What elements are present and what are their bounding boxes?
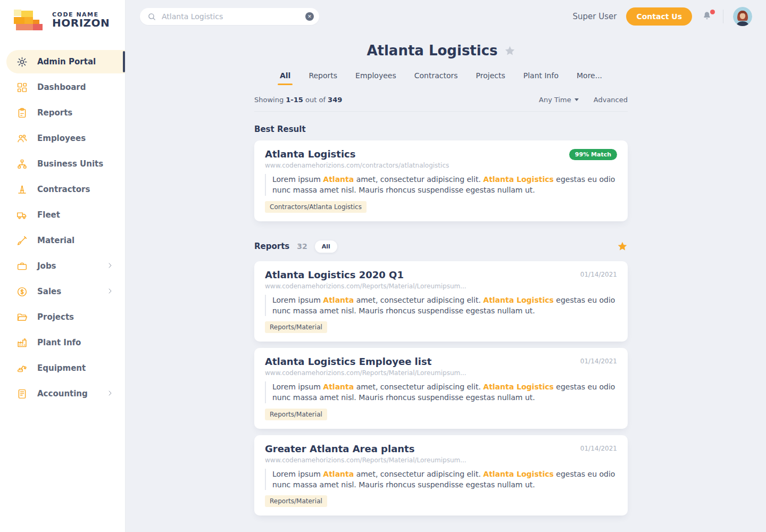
main-area: ✕ Super User Contact Us Atlanta Logistic…: [125, 0, 766, 532]
sidebar-nav: Admin Portal Dashboard Reports Employees: [0, 50, 125, 405]
brand-logo-icon: [14, 10, 47, 31]
sidebar-item-employees[interactable]: Employees: [6, 127, 125, 150]
search-input[interactable]: [162, 12, 305, 21]
result-date: 01/14/2021: [580, 443, 617, 452]
section-star-icon[interactable]: [617, 241, 628, 252]
showing-count: Showing 1-15 out of 349: [254, 96, 342, 104]
result-url: www.codenamehorizions.com/contractors/at…: [265, 162, 617, 169]
best-result-label: Best Result: [254, 124, 628, 134]
avatar[interactable]: [733, 7, 752, 26]
contact-us-button[interactable]: Contact Us: [626, 7, 692, 26]
dashboard-grid-icon: [16, 81, 28, 93]
match-badge: 99% Match: [569, 149, 617, 160]
shovel-icon: [16, 235, 28, 246]
sidebar-item-admin-portal[interactable]: Admin Portal: [6, 50, 125, 73]
tab-projects[interactable]: Projects: [476, 71, 505, 85]
tab-more[interactable]: More...: [577, 71, 602, 85]
sidebar-item-label: Equipment: [37, 363, 86, 373]
chevron-right-icon: [107, 389, 113, 398]
notifications-bell-icon[interactable]: [702, 11, 713, 22]
search-bar[interactable]: ✕: [140, 8, 319, 25]
report-card[interactable]: Greater Atlanta Area plants 01/14/2021 w…: [254, 435, 628, 516]
sidebar-item-contractors[interactable]: Contractors: [6, 178, 125, 201]
chevron-right-icon: [107, 287, 113, 296]
result-category-tag[interactable]: Reports/Material: [265, 495, 327, 507]
user-role-label: Super User: [573, 12, 617, 21]
sidebar-item-label: Reports: [37, 108, 72, 118]
sidebar-item-jobs[interactable]: Jobs: [6, 254, 125, 278]
result-title[interactable]: Atlanta Logistics: [265, 148, 355, 160]
gear-icon: [16, 56, 28, 68]
truck-icon: [16, 209, 28, 221]
sidebar-item-label: Plant Info: [37, 338, 81, 347]
best-result-card[interactable]: Atlanta Logistics 99% Match www.codename…: [254, 140, 628, 221]
reports-section-header: Reports 32 All: [254, 240, 628, 253]
page-title: Atlanta Logistics: [367, 43, 497, 59]
sidebar-item-label: Contractors: [37, 185, 90, 194]
topbar: ✕ Super User Contact Us: [125, 0, 766, 33]
sidebar-item-label: Business Units: [37, 159, 103, 169]
report-card[interactable]: Atlanta Logistics 2020 Q1 01/14/2021 www…: [254, 261, 628, 342]
sidebar-item-label: Admin Portal: [37, 57, 96, 66]
sidebar-item-label: Fleet: [37, 210, 60, 220]
result-date: 01/14/2021: [580, 269, 617, 278]
topbar-divider: [723, 10, 723, 23]
app-root: CODE NAME HORIZON Admin Portal Dashboard: [0, 0, 766, 532]
section-title: Reports: [254, 242, 289, 251]
result-snippet: Lorem ipsum Atlanta amet, consectetur ad…: [265, 174, 617, 196]
notification-badge: [710, 10, 715, 14]
result-title[interactable]: Atlanta Logistics Employee list: [265, 356, 431, 367]
tab-contractors[interactable]: Contractors: [414, 71, 458, 85]
result-date: 01/14/2021: [580, 356, 617, 365]
excavator-icon: [16, 362, 28, 374]
result-tabs: All Reports Employees Contractors Projec…: [254, 71, 628, 85]
clear-search-icon[interactable]: ✕: [305, 12, 314, 21]
sidebar-item-fleet[interactable]: Fleet: [6, 203, 125, 227]
brand-logo[interactable]: CODE NAME HORIZON: [0, 0, 125, 41]
sidebar-item-projects[interactable]: Projects: [6, 305, 125, 329]
traffic-cone-icon: [16, 184, 28, 195]
sidebar-item-label: Employees: [37, 134, 86, 143]
favorite-star-icon[interactable]: [504, 45, 515, 56]
sidebar-item-material[interactable]: Material: [6, 229, 125, 252]
tab-all[interactable]: All: [280, 71, 290, 85]
people-icon: [16, 132, 28, 144]
result-url: www.codenamehorizions.com/Reports/Materi…: [265, 369, 617, 377]
sidebar-item-label: Projects: [37, 312, 74, 322]
sidebar-item-equipment[interactable]: Equipment: [6, 356, 125, 380]
caret-down-icon: [574, 98, 579, 101]
sidebar-item-reports[interactable]: Reports: [6, 101, 125, 124]
result-category-tag[interactable]: Reports/Material: [265, 321, 327, 333]
sidebar-item-label: Jobs: [37, 261, 56, 271]
section-filter-all[interactable]: All: [315, 240, 337, 253]
briefcase-icon: [16, 260, 28, 272]
report-card[interactable]: Atlanta Logistics Employee list 01/14/20…: [254, 348, 628, 429]
result-category-tag[interactable]: Contractors/Atlanta Logistics: [265, 201, 367, 213]
tab-employees[interactable]: Employees: [355, 71, 396, 85]
factory-icon: [16, 337, 28, 348]
advanced-search-link[interactable]: Advanced: [594, 96, 628, 104]
sidebar-item-label: Dashboard: [37, 82, 86, 92]
result-snippet: Lorem ipsum Atlanta amet, consectetur ad…: [265, 469, 617, 491]
sidebar-item-business-units[interactable]: Business Units: [6, 152, 125, 176]
results-meta-row: Showing 1-15 out of 349 Any Time Advance…: [254, 96, 628, 112]
sidebar-item-label: Sales: [37, 287, 61, 296]
hierarchy-icon: [16, 158, 28, 170]
chevron-right-icon: [107, 261, 113, 271]
search-icon: [147, 12, 156, 21]
time-filter-dropdown[interactable]: Any Time: [539, 96, 579, 104]
sidebar-item-accounting[interactable]: Accounting: [6, 382, 125, 405]
tab-plant-info[interactable]: Plant Info: [523, 71, 559, 85]
result-title[interactable]: Greater Atlanta Area plants: [265, 443, 414, 454]
sidebar-item-plant-info[interactable]: Plant Info: [6, 331, 125, 354]
sidebar: CODE NAME HORIZON Admin Portal Dashboard: [0, 0, 125, 532]
result-category-tag[interactable]: Reports/Material: [265, 409, 327, 420]
result-title[interactable]: Atlanta Logistics 2020 Q1: [265, 269, 404, 280]
clipboard-icon: [16, 107, 28, 119]
tab-reports[interactable]: Reports: [309, 71, 337, 85]
brand-name-bottom: HORIZON: [52, 18, 110, 29]
sidebar-item-dashboard[interactable]: Dashboard: [6, 76, 125, 99]
result-snippet: Lorem ipsum Atlanta amet, consectetur ad…: [265, 295, 617, 317]
sidebar-item-sales[interactable]: Sales: [6, 280, 125, 303]
folder-icon: [16, 311, 28, 323]
